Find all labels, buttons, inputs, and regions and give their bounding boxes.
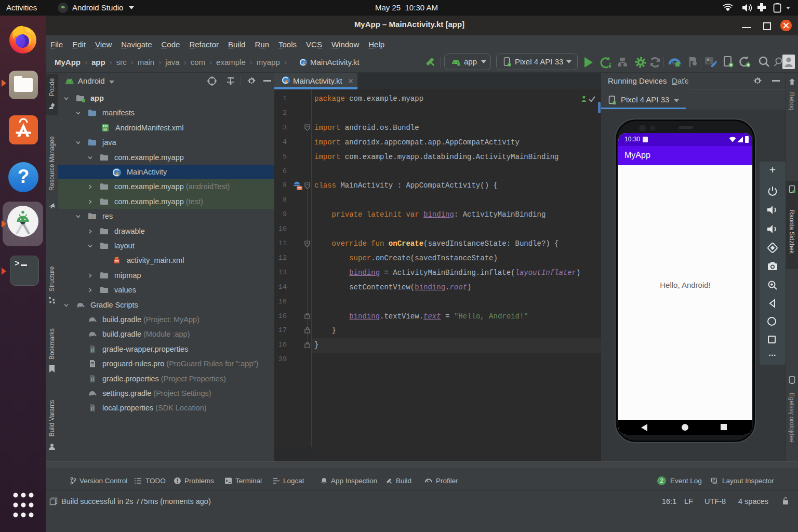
svg-text:M: M (103, 127, 107, 131)
